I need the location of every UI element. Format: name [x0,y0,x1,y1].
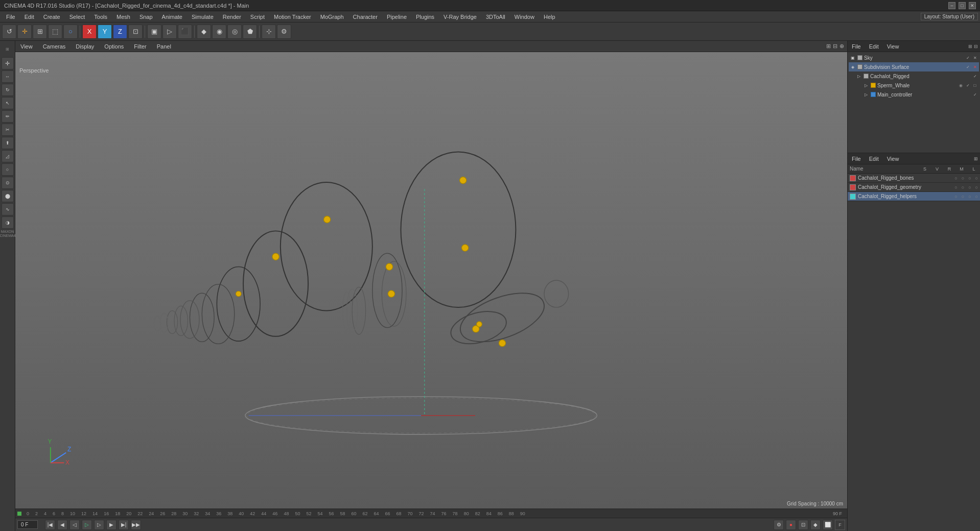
transport-go-end[interactable]: ▶▶ [131,520,141,530]
sidebar-move-tool[interactable]: ✛ [2,57,14,69]
menu-snap[interactable]: Snap [135,13,157,21]
sidebar-select-tool[interactable]: ↖ [2,97,14,109]
toolbar-point[interactable]: ◎ [227,25,242,39]
maximize-button[interactable]: □ [959,2,966,9]
sidebar-polygon-pen[interactable]: ✏ [2,110,14,123]
bones-s[interactable]: ○ [954,176,957,181]
close-button[interactable]: ✕ [969,2,976,9]
sidebar-sculpt[interactable]: ◑ [2,216,14,229]
helpers-r[interactable]: ○ [968,194,971,199]
menu-pipeline[interactable]: Pipeline [383,13,411,21]
menu-window[interactable]: Window [510,13,539,21]
menu-edit[interactable]: Edit [20,13,38,21]
geometry-r[interactable]: ○ [968,185,971,190]
helpers-m[interactable]: ○ [975,194,978,199]
om-bottom-item-helpers[interactable]: Cachalot_Rigged_helpers ○ ○ ○ ○ [848,192,980,201]
sidebar-bevel[interactable]: ◿ [2,150,14,162]
menu-mesh[interactable]: Mesh [112,13,134,21]
menu-animate[interactable]: Animate [158,13,186,21]
om-bottom-item-bones[interactable]: Cachalot_Rigged_bones ○ ○ ○ ○ [848,174,980,183]
bones-m[interactable]: ○ [975,176,978,181]
toolbar-move[interactable]: ✛ [17,25,32,39]
viewport-menu-options[interactable]: Options [102,42,126,51]
menu-mograph[interactable]: MoGraph [316,13,348,21]
current-frame-display[interactable]: 0 F [17,520,38,529]
sperm-whale-btn-mat[interactable]: ◉ [958,82,964,88]
helpers-s[interactable]: ○ [954,194,957,199]
toolbar-world[interactable]: ⊡ [128,25,143,39]
transport-play[interactable]: ▷ [82,520,92,530]
viewport-icon-lock[interactable]: ⊞ [826,43,831,50]
menu-vray-bridge[interactable]: V-Ray Bridge [439,13,481,21]
toolbar-y-axis[interactable]: Y [98,25,112,39]
sidebar-extrude[interactable]: ⬆ [2,137,14,149]
transport-auto-key[interactable]: ⊡ [798,520,808,530]
toolbar-undo[interactable]: ↺ [2,25,16,39]
sky-btn-1[interactable]: ✓ [965,55,971,61]
toolbar-edge[interactable]: ◉ [212,25,226,39]
om-item-main-controller[interactable]: ▷ Main_controller ✓ [849,90,979,99]
transport-prev-frame[interactable]: ◁ [69,520,80,530]
bones-r[interactable]: ○ [968,176,971,181]
om-item-subdivision[interactable]: ◈ Subdivision Surface ✓ ✕ [849,62,979,71]
toolbar-render-view[interactable]: ▷ [162,25,177,39]
toolbar-select-circle[interactable]: ○ [63,25,78,39]
sky-btn-2[interactable]: ✕ [972,55,978,61]
menu-create[interactable]: Create [39,13,64,21]
sidebar-rotate-tool[interactable]: ↻ [2,84,14,96]
sidebar-knife[interactable]: ✂ [2,124,14,136]
menu-tools[interactable]: Tools [90,13,111,21]
toolbar-x-axis[interactable]: X [82,25,97,39]
viewport-menu-view[interactable]: View [18,42,35,51]
viewport-icon-camera[interactable]: ⊟ [833,43,837,50]
om-item-cachalot-rigged[interactable]: ▷ Cachalot_Rigged ✓ [849,71,979,81]
toolbar-polygon[interactable]: ◆ [197,25,211,39]
transport-play-back[interactable]: ◀ [57,520,67,530]
toolbar-select-all[interactable]: ⊞ [33,25,47,39]
menu-simulate[interactable]: Simulate [188,13,218,21]
menu-plugins[interactable]: Plugins [412,13,438,21]
minimize-button[interactable]: – [948,2,955,9]
sperm-whale-btn-3[interactable]: □ [972,82,978,88]
subdivision-btn-1[interactable]: ✓ [965,64,971,70]
geometry-v[interactable]: ○ [962,185,964,190]
viewport-menu-cameras[interactable]: Cameras [41,42,68,51]
cachalot-rigged-btn-1[interactable]: ✓ [972,73,978,79]
geometry-m[interactable]: ○ [975,185,978,190]
transport-next-key[interactable]: ▶| [119,520,129,530]
om-bottom-menu-file[interactable]: File [850,155,863,163]
toolbar-render-region[interactable]: ▣ [147,25,161,39]
toolbar-z-axis[interactable]: Z [113,25,127,39]
sidebar-paint[interactable]: ⬤ [2,190,14,202]
om-bottom-menu-edit[interactable]: Edit [867,155,881,163]
sperm-whale-btn-v[interactable]: ✓ [965,82,971,88]
om-bottom-item-geometry[interactable]: Cachalot_Rigged_geometry ○ ○ ○ ○ [848,183,980,192]
om-bottom-icon-1[interactable]: ⊞ [974,156,978,161]
toolbar-object[interactable]: ⬟ [243,25,257,39]
toolbar-select-rect[interactable]: ⬚ [48,25,62,39]
viewport-canvas[interactable]: Perspective [15,52,847,509]
om-menu-edit[interactable]: Edit [867,42,881,51]
transport-play-forward[interactable]: ▶ [106,520,116,530]
menu-select[interactable]: Select [65,13,89,21]
menu-file[interactable]: File [2,13,19,21]
viewport-menu-panel[interactable]: Panel [155,42,173,51]
subdivision-btn-close[interactable]: ✕ [972,64,978,70]
transport-keyframe[interactable]: ◆ [810,520,821,530]
om-item-sperm-whale[interactable]: ▷ Sperm_Whale ◉ ✓ □ [849,81,979,90]
menu-render[interactable]: Render [219,13,245,21]
transport-record[interactable]: ● [786,520,796,530]
sidebar-magnet[interactable]: ⊙ [2,177,14,189]
toolbar-snap[interactable]: ⊹ [262,25,276,39]
bones-v[interactable]: ○ [962,176,964,181]
om-icon-2[interactable]: ⊟ [974,44,978,49]
menu-script[interactable]: Script [246,13,269,21]
transport-prev-key[interactable]: |◀ [45,520,55,530]
transport-motion-clip[interactable]: ⬜ [823,520,833,530]
menu-character[interactable]: Character [349,13,382,21]
main-controller-btn-1[interactable]: ✓ [972,91,978,98]
toolbar-snap-settings[interactable]: ⚙ [277,25,291,39]
menu-3dtoall[interactable]: 3DToAll [482,13,509,21]
transport-next-frame[interactable]: ▷ [94,520,104,530]
om-bottom-menu-view[interactable]: View [885,155,901,163]
